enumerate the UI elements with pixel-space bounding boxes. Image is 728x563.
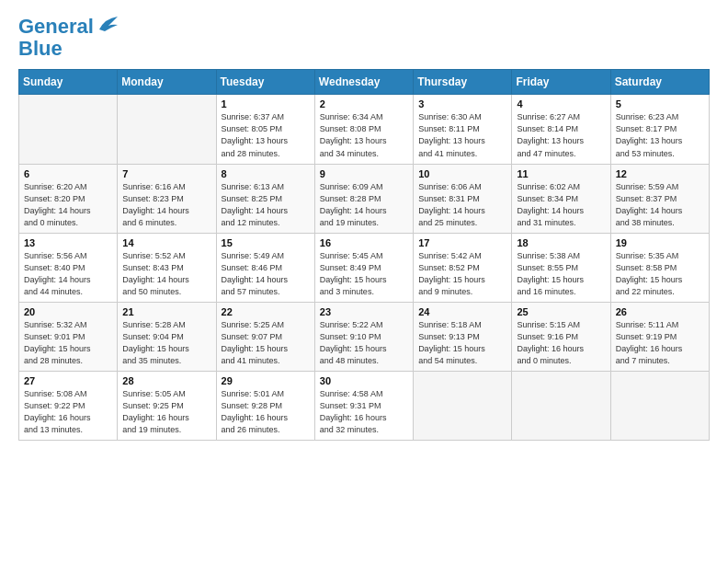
calendar-cell: 18Sunrise: 5:38 AM Sunset: 8:55 PM Dayli…: [512, 233, 610, 302]
day-info: Sunrise: 5:59 AM Sunset: 8:37 PM Dayligh…: [616, 181, 704, 229]
weekday-header-friday: Friday: [512, 70, 610, 95]
day-info: Sunrise: 5:49 AM Sunset: 8:46 PM Dayligh…: [222, 250, 310, 298]
day-info: Sunrise: 6:13 AM Sunset: 8:25 PM Dayligh…: [222, 181, 310, 229]
weekday-header-saturday: Saturday: [610, 70, 709, 95]
calendar-cell: 2Sunrise: 6:34 AM Sunset: 8:08 PM Daylig…: [314, 95, 413, 164]
calendar-cell: [19, 95, 118, 164]
day-number: 7: [122, 168, 210, 179]
calendar-cell: [610, 372, 709, 441]
day-info: Sunrise: 5:11 AM Sunset: 9:19 PM Dayligh…: [616, 319, 704, 367]
day-info: Sunrise: 6:02 AM Sunset: 8:34 PM Dayligh…: [517, 181, 605, 229]
calendar-cell: 28Sunrise: 5:05 AM Sunset: 9:25 PM Dayli…: [118, 372, 216, 441]
day-info: Sunrise: 5:08 AM Sunset: 9:22 PM Dayligh…: [24, 388, 112, 436]
weekday-header-sunday: Sunday: [19, 70, 118, 95]
day-info: Sunrise: 5:01 AM Sunset: 9:28 PM Dayligh…: [222, 388, 310, 436]
day-info: Sunrise: 4:58 AM Sunset: 9:31 PM Dayligh…: [320, 388, 408, 436]
calendar-cell: 29Sunrise: 5:01 AM Sunset: 9:28 PM Dayli…: [216, 372, 314, 441]
day-info: Sunrise: 5:15 AM Sunset: 9:16 PM Dayligh…: [517, 319, 605, 367]
logo-blue-text: Blue: [18, 38, 121, 60]
day-info: Sunrise: 5:32 AM Sunset: 9:01 PM Dayligh…: [24, 319, 112, 367]
weekday-header-thursday: Thursday: [414, 70, 512, 95]
calendar-cell: [512, 372, 610, 441]
day-number: 28: [122, 375, 210, 386]
calendar-cell: [414, 372, 512, 441]
calendar-cell: 6Sunrise: 6:20 AM Sunset: 8:20 PM Daylig…: [19, 164, 118, 233]
weekday-header-wednesday: Wednesday: [314, 70, 413, 95]
day-info: Sunrise: 6:23 AM Sunset: 8:17 PM Dayligh…: [616, 111, 704, 159]
calendar-cell: 17Sunrise: 5:42 AM Sunset: 8:52 PM Dayli…: [414, 233, 512, 302]
calendar-cell: 13Sunrise: 5:56 AM Sunset: 8:40 PM Dayli…: [19, 233, 118, 302]
calendar-cell: 30Sunrise: 4:58 AM Sunset: 9:31 PM Dayli…: [314, 372, 413, 441]
day-number: 30: [320, 375, 408, 386]
day-number: 11: [517, 168, 605, 179]
day-number: 3: [418, 98, 506, 109]
calendar-cell: [118, 95, 216, 164]
day-info: Sunrise: 5:45 AM Sunset: 8:49 PM Dayligh…: [320, 250, 408, 298]
logo: General Blue: [18, 15, 121, 60]
calendar-cell: 26Sunrise: 5:11 AM Sunset: 9:19 PM Dayli…: [610, 302, 709, 371]
day-info: Sunrise: 5:42 AM Sunset: 8:52 PM Dayligh…: [418, 250, 506, 298]
day-info: Sunrise: 6:09 AM Sunset: 8:28 PM Dayligh…: [320, 181, 408, 229]
day-number: 17: [418, 237, 506, 248]
logo-bird-icon: [96, 13, 121, 33]
day-number: 10: [418, 168, 506, 179]
day-number: 19: [616, 237, 704, 248]
calendar-cell: 7Sunrise: 6:16 AM Sunset: 8:23 PM Daylig…: [118, 164, 216, 233]
calendar-cell: 8Sunrise: 6:13 AM Sunset: 8:25 PM Daylig…: [216, 164, 314, 233]
day-info: Sunrise: 5:22 AM Sunset: 9:10 PM Dayligh…: [320, 319, 408, 367]
calendar-cell: 20Sunrise: 5:32 AM Sunset: 9:01 PM Dayli…: [19, 302, 118, 371]
day-info: Sunrise: 6:20 AM Sunset: 8:20 PM Dayligh…: [24, 181, 112, 229]
day-info: Sunrise: 5:56 AM Sunset: 8:40 PM Dayligh…: [24, 250, 112, 298]
day-number: 29: [222, 375, 310, 386]
day-number: 16: [320, 237, 408, 248]
day-info: Sunrise: 6:06 AM Sunset: 8:31 PM Dayligh…: [418, 181, 506, 229]
day-info: Sunrise: 5:38 AM Sunset: 8:55 PM Dayligh…: [517, 250, 605, 298]
calendar-cell: 15Sunrise: 5:49 AM Sunset: 8:46 PM Dayli…: [216, 233, 314, 302]
weekday-header-row: SundayMondayTuesdayWednesdayThursdayFrid…: [19, 70, 710, 95]
day-info: Sunrise: 6:37 AM Sunset: 8:05 PM Dayligh…: [222, 111, 310, 159]
day-number: 20: [24, 306, 112, 317]
day-info: Sunrise: 6:30 AM Sunset: 8:11 PM Dayligh…: [418, 111, 506, 159]
calendar-cell: 12Sunrise: 5:59 AM Sunset: 8:37 PM Dayli…: [610, 164, 709, 233]
week-row-3: 13Sunrise: 5:56 AM Sunset: 8:40 PM Dayli…: [19, 233, 710, 302]
calendar-cell: 23Sunrise: 5:22 AM Sunset: 9:10 PM Dayli…: [314, 302, 413, 371]
day-number: 8: [222, 168, 310, 179]
weekday-header-tuesday: Tuesday: [216, 70, 314, 95]
calendar-cell: 25Sunrise: 5:15 AM Sunset: 9:16 PM Dayli…: [512, 302, 610, 371]
day-number: 9: [320, 168, 408, 179]
day-number: 1: [222, 98, 310, 109]
day-info: Sunrise: 5:25 AM Sunset: 9:07 PM Dayligh…: [222, 319, 310, 367]
calendar-cell: 3Sunrise: 6:30 AM Sunset: 8:11 PM Daylig…: [414, 95, 512, 164]
header: General Blue: [18, 15, 710, 60]
day-info: Sunrise: 5:52 AM Sunset: 8:43 PM Dayligh…: [122, 250, 210, 298]
day-number: 13: [24, 237, 112, 248]
week-row-5: 27Sunrise: 5:08 AM Sunset: 9:22 PM Dayli…: [19, 372, 710, 441]
day-number: 27: [24, 375, 112, 386]
week-row-1: 1Sunrise: 6:37 AM Sunset: 8:05 PM Daylig…: [19, 95, 710, 164]
day-number: 26: [616, 306, 704, 317]
calendar-cell: 10Sunrise: 6:06 AM Sunset: 8:31 PM Dayli…: [414, 164, 512, 233]
day-number: 18: [517, 237, 605, 248]
day-number: 25: [517, 306, 605, 317]
day-info: Sunrise: 5:05 AM Sunset: 9:25 PM Dayligh…: [122, 388, 210, 436]
day-info: Sunrise: 6:27 AM Sunset: 8:14 PM Dayligh…: [517, 111, 605, 159]
calendar-cell: 14Sunrise: 5:52 AM Sunset: 8:43 PM Dayli…: [118, 233, 216, 302]
day-number: 23: [320, 306, 408, 317]
weekday-header-monday: Monday: [118, 70, 216, 95]
logo-text: General: [18, 15, 121, 38]
day-number: 2: [320, 98, 408, 109]
day-number: 5: [616, 98, 704, 109]
calendar-cell: 21Sunrise: 5:28 AM Sunset: 9:04 PM Dayli…: [118, 302, 216, 371]
day-number: 4: [517, 98, 605, 109]
day-number: 12: [616, 168, 704, 179]
day-info: Sunrise: 6:34 AM Sunset: 8:08 PM Dayligh…: [320, 111, 408, 159]
calendar-cell: 22Sunrise: 5:25 AM Sunset: 9:07 PM Dayli…: [216, 302, 314, 371]
calendar-cell: 1Sunrise: 6:37 AM Sunset: 8:05 PM Daylig…: [216, 95, 314, 164]
calendar-cell: 4Sunrise: 6:27 AM Sunset: 8:14 PM Daylig…: [512, 95, 610, 164]
calendar-cell: 9Sunrise: 6:09 AM Sunset: 8:28 PM Daylig…: [314, 164, 413, 233]
day-number: 15: [222, 237, 310, 248]
day-info: Sunrise: 5:18 AM Sunset: 9:13 PM Dayligh…: [418, 319, 506, 367]
day-number: 22: [222, 306, 310, 317]
day-number: 24: [418, 306, 506, 317]
calendar-table: SundayMondayTuesdayWednesdayThursdayFrid…: [18, 69, 710, 441]
